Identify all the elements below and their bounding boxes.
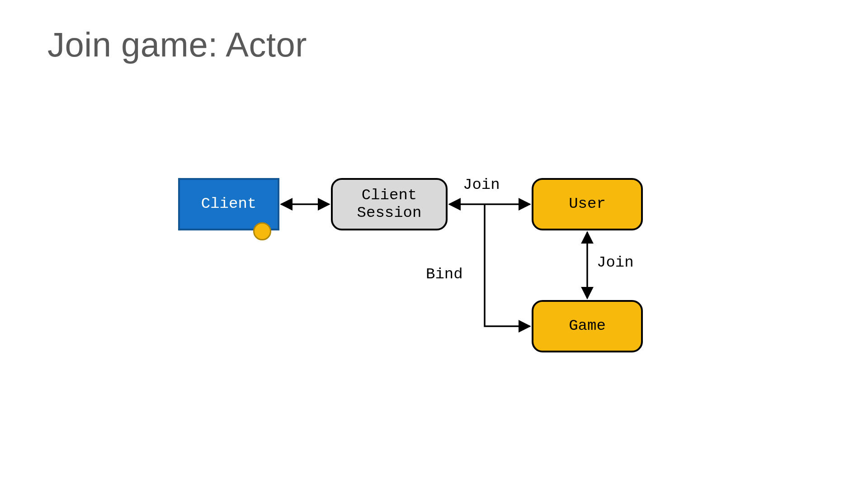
edge-bind	[485, 204, 530, 326]
client-dot-icon	[253, 222, 271, 240]
node-game: Game	[532, 300, 643, 352]
label-bind: Bind	[426, 266, 463, 283]
slide: Join game: Actor Client Client Session U…	[0, 0, 868, 488]
node-user: User	[532, 178, 643, 230]
node-client-label: Client	[201, 195, 256, 213]
node-client-session: Client Session	[331, 178, 448, 230]
node-game-label: Game	[569, 317, 606, 335]
label-join-top: Join	[463, 176, 500, 193]
label-join-right: Join	[597, 254, 634, 271]
node-client-session-label: Client Session	[357, 187, 422, 222]
node-user-label: User	[569, 195, 606, 213]
connectors-svg	[0, 0, 868, 488]
slide-title: Join game: Actor	[47, 25, 307, 64]
